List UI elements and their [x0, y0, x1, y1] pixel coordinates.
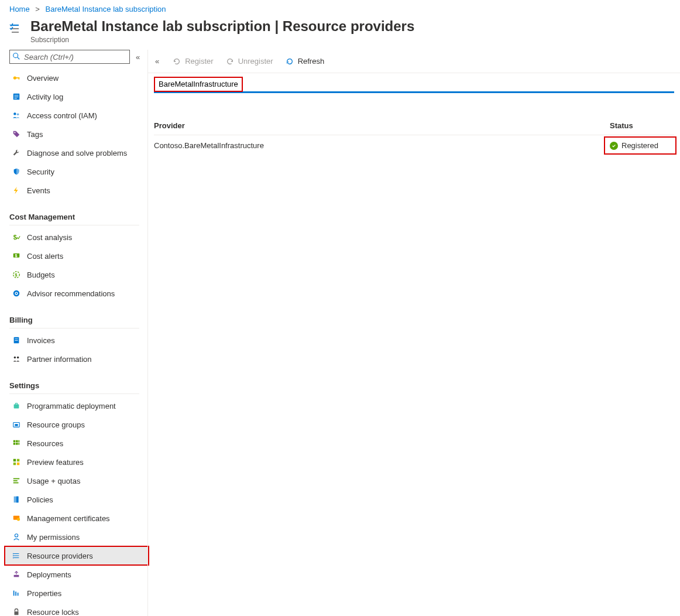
- sidebar-item-budgets[interactable]: $Budgets: [9, 265, 147, 284]
- sidebar-item-label: Partner information: [27, 355, 92, 364]
- sidebar-item-cost-analysis[interactable]: $Cost analysis: [9, 228, 147, 247]
- refresh-button[interactable]: Refresh: [280, 54, 329, 69]
- sidebar-item-label: Overview: [27, 74, 59, 83]
- breadcrumb: Home > BareMetal Instance lab subscripti…: [0, 0, 680, 16]
- sidebar-item-label: My permissions: [27, 533, 80, 542]
- sidebar-item-label: Deployments: [27, 570, 71, 579]
- sidebar-item-security[interactable]: Security: [9, 162, 147, 181]
- svg-rect-38: [17, 463, 19, 465]
- deploy-icon: [12, 570, 21, 579]
- providers-table: Provider Status Contoso.BareMetalInfrast…: [154, 117, 674, 156]
- sidebar-search-input[interactable]: [9, 50, 130, 64]
- svg-text:$: $: [15, 273, 17, 278]
- register-button[interactable]: Register: [167, 54, 218, 69]
- sidebar-item-label: Programmatic deployment: [27, 402, 116, 410]
- refresh-icon: [285, 57, 294, 66]
- sidebar-item-overview[interactable]: Overview: [9, 69, 147, 87]
- sidebar-item-policies[interactable]: Policies: [9, 490, 147, 509]
- page-title: BareMetal Instance lab subscription | Re…: [30, 18, 414, 35]
- sidebar-item-resource-groups[interactable]: Resource groups: [9, 415, 147, 434]
- sidebar-item-events[interactable]: Events: [9, 181, 147, 200]
- svg-point-46: [15, 534, 18, 537]
- sidebar-item-usage-quotas[interactable]: Usage + quotas: [9, 471, 147, 490]
- sidebar-item-label: Events: [27, 186, 50, 195]
- svg-point-11: [14, 132, 15, 133]
- sidebar-group-billing: Billing: [9, 313, 139, 328]
- sidebar-item-resources[interactable]: Resources: [9, 434, 147, 453]
- sidebar-item-resource-locks[interactable]: Resource locks: [9, 603, 147, 616]
- sidebar-item-advisor-recommendations[interactable]: Advisor recommendations: [9, 284, 147, 303]
- svg-rect-8: [15, 98, 17, 99]
- check-icon: [610, 142, 618, 150]
- grid-icon: [12, 439, 21, 448]
- toolbar: « Register Unregister Refresh: [148, 50, 680, 73]
- svg-point-48: [13, 555, 14, 556]
- costalert-icon: $: [12, 251, 21, 261]
- sidebar-item-label: Resources: [27, 439, 63, 448]
- column-header-status[interactable]: Status: [610, 121, 674, 130]
- sidebar-item-access-control-iam-[interactable]: Access control (IAM): [9, 106, 147, 125]
- sidebar-item-label: Resource providers: [27, 552, 93, 560]
- sidebar-item-cost-alerts[interactable]: $Cost alerts: [9, 247, 147, 265]
- budget-icon: $: [12, 270, 21, 279]
- collapse-panel-icon[interactable]: «: [153, 57, 165, 66]
- cell-provider: Contoso.BareMetalInfrastructure: [154, 141, 610, 150]
- svg-rect-26: [15, 403, 18, 405]
- sidebar-item-activity-log[interactable]: Activity log: [9, 87, 147, 106]
- sidebar-group-cost-management: Cost Management: [9, 210, 139, 225]
- filter-input[interactable]: [154, 77, 674, 92]
- sidebar-item-invoices[interactable]: Invoices: [9, 331, 147, 350]
- svg-point-23: [14, 357, 16, 359]
- svg-point-9: [13, 112, 16, 115]
- svg-text:$: $: [15, 254, 17, 258]
- sidebar-item-label: Budgets: [27, 271, 55, 279]
- svg-rect-50: [14, 575, 19, 577]
- status-text: Registered: [621, 141, 658, 150]
- svg-rect-28: [15, 424, 18, 426]
- sidebar-item-partner-information[interactable]: Partner information: [9, 350, 147, 368]
- svg-rect-32: [13, 443, 16, 445]
- svg-rect-7: [15, 97, 19, 97]
- sidebar-item-label: Usage + quotas: [27, 477, 80, 485]
- invoice-icon: [12, 336, 21, 345]
- svg-rect-6: [15, 95, 19, 95]
- wrench-icon: [12, 148, 21, 158]
- svg-text:$: $: [13, 234, 17, 241]
- svg-point-19: [16, 293, 18, 295]
- svg-point-45: [17, 518, 20, 521]
- main-content: « Register Unregister Refresh Provider S…: [147, 50, 680, 616]
- sidebar-item-label: Cost analysis: [27, 233, 72, 242]
- sidebar-item-diagnose-and-solve-problems[interactable]: Diagnose and solve problems: [9, 143, 147, 162]
- sidebar-item-label: Preview features: [27, 458, 84, 467]
- svg-rect-51: [13, 591, 15, 596]
- table-row[interactable]: Contoso.BareMetalInfrastructureRegistere…: [154, 135, 674, 156]
- svg-rect-29: [13, 440, 16, 443]
- sidebar-item-preview-features[interactable]: Preview features: [9, 453, 147, 471]
- sidebar-item-label: Tags: [27, 130, 43, 139]
- cost-icon: $: [12, 232, 21, 242]
- svg-rect-34: [19, 443, 20, 445]
- breadcrumb-home[interactable]: Home: [9, 5, 30, 13]
- sidebar-item-tags[interactable]: Tags: [9, 125, 147, 143]
- bag-icon: [12, 401, 21, 410]
- svg-rect-37: [13, 463, 16, 465]
- sidebar-item-my-permissions[interactable]: My permissions: [9, 528, 147, 546]
- sidebar-item-properties[interactable]: Properties: [9, 584, 147, 603]
- sidebar-item-management-certificates[interactable]: Management certificates: [9, 509, 147, 528]
- sidebar-item-resource-providers[interactable]: Resource providers: [5, 546, 149, 565]
- column-header-provider[interactable]: Provider: [154, 121, 610, 130]
- sidebar-item-label: Resource groups: [27, 420, 85, 429]
- svg-point-10: [17, 114, 19, 116]
- sidebar-item-label: Cost alerts: [27, 252, 63, 261]
- breadcrumb-current[interactable]: BareMetal Instance lab subscription: [46, 5, 166, 13]
- sidebar-item-label: Invoices: [27, 336, 55, 345]
- sidebar-item-programmatic-deployment[interactable]: Programmatic deployment: [9, 396, 147, 415]
- search-icon: [12, 52, 20, 60]
- usage-icon: [12, 476, 21, 485]
- unregister-button[interactable]: Unregister: [221, 54, 278, 69]
- unregister-label: Unregister: [238, 57, 273, 66]
- sidebar-item-label: Diagnose and solve problems: [27, 149, 127, 158]
- sidebar-item-deployments[interactable]: Deployments: [9, 565, 147, 584]
- log-icon: [12, 92, 21, 101]
- collapse-sidebar-icon[interactable]: «: [136, 53, 140, 61]
